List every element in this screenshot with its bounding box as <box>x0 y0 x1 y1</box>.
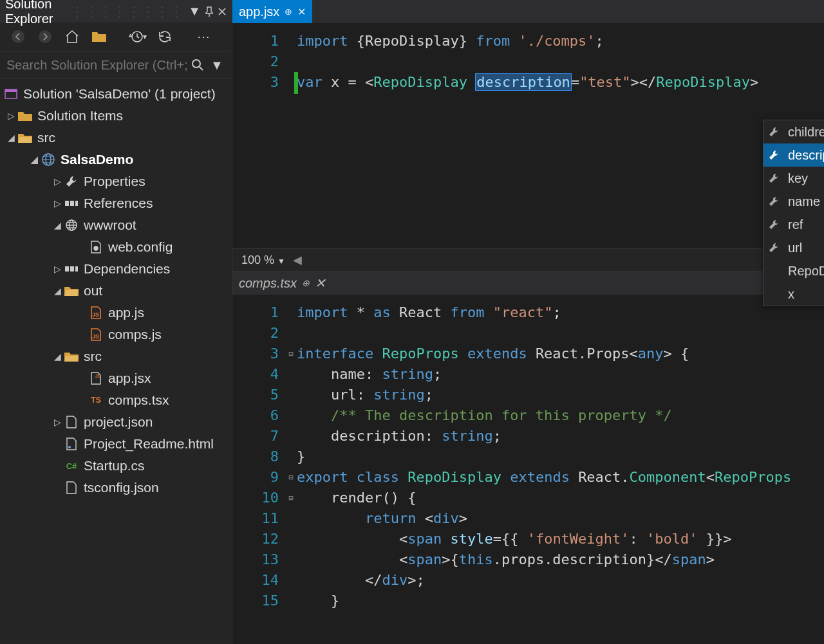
collapse-icon[interactable]: ◢ <box>52 220 63 230</box>
solution-icon <box>3 88 19 100</box>
panel-toolbar: ▾ ⋯ <box>0 23 232 51</box>
collapse-icon[interactable]: ◢ <box>52 351 63 362</box>
jsx-file-icon: JS <box>88 372 104 385</box>
svg-rect-5 <box>5 89 17 92</box>
pin-icon[interactable] <box>205 5 214 19</box>
tree-item[interactable]: ▷project.json <box>0 411 232 433</box>
home-icon[interactable] <box>63 28 81 46</box>
tab-appjsx[interactable]: app.jsx ⊕ ✕ <box>232 0 312 23</box>
globe-icon <box>63 219 80 232</box>
svg-text:JS: JS <box>95 374 101 378</box>
expand-icon[interactable]: ▷ <box>52 198 63 208</box>
expand-icon[interactable]: ▷ <box>52 176 63 187</box>
panel-titlebar: Solution Explorer ⋮⋮⋮⋮⋮⋮⋮⋮ ▼ <box>0 0 232 23</box>
wrench-icon <box>769 150 782 160</box>
ts-file-icon: TS <box>88 396 104 405</box>
tree-item[interactable]: web.config <box>0 236 232 258</box>
collapse-icon[interactable]: ◢ <box>5 133 17 143</box>
tree-item[interactable]: JScomps.js <box>0 324 232 345</box>
svg-rect-8 <box>65 201 69 206</box>
search-input[interactable] <box>5 55 188 75</box>
tree-item[interactable]: Project_Readme.html <box>0 433 232 455</box>
tree-item[interactable]: TScomps.tsx <box>0 389 232 411</box>
wrench-icon <box>769 219 782 230</box>
js-file-icon: JS <box>88 328 104 341</box>
tree-item[interactable]: ▷References <box>0 192 232 214</box>
close-icon[interactable] <box>218 5 227 19</box>
pin-icon[interactable]: ⊕ <box>302 278 310 288</box>
js-file-icon: JS <box>88 306 104 319</box>
solution-node[interactable]: Solution 'SalsaDemo' (1 project) <box>0 83 232 105</box>
zoom-level[interactable]: 100 % ▼ <box>238 252 289 268</box>
intellisense-item[interactable]: RepoDisplay <box>763 259 824 282</box>
svg-rect-15 <box>70 266 74 271</box>
folder-open-icon <box>17 133 33 143</box>
tab-compstsx[interactable]: comps.tsx ⊕ ✕ <box>232 271 332 295</box>
collapse-icon[interactable]: ◢ <box>28 154 40 165</box>
tree-item[interactable]: ◢src <box>0 345 232 367</box>
collapse-icon[interactable]: ◢ <box>52 286 63 296</box>
editor-compstsx[interactable]: 123456789101112131415 ⊟⊟⊟ import * as Re… <box>232 295 824 644</box>
svg-point-3 <box>192 60 200 68</box>
close-icon[interactable]: ✕ <box>315 275 326 291</box>
folder-open-icon <box>63 286 80 296</box>
wrench-icon <box>769 243 782 253</box>
tree-item[interactable]: ▷Solution Items <box>0 105 232 127</box>
svg-point-0 <box>12 30 24 43</box>
search-options-icon[interactable]: ▼ <box>207 55 227 75</box>
fold-gutter[interactable]: ⊟⊟⊟ <box>286 302 295 611</box>
intellisense-item[interactable]: children <box>763 120 824 143</box>
more-icon[interactable]: ⋯ <box>194 28 212 46</box>
cs-file-icon: C# <box>63 461 80 471</box>
tree-item[interactable]: C#Startup.cs <box>0 455 232 477</box>
wrench-icon <box>63 175 80 188</box>
wrench-icon <box>769 127 782 137</box>
intellisense-item[interactable]: ref <box>763 213 824 236</box>
code-body[interactable]: import * as React from "react"; interfac… <box>297 302 824 611</box>
intellisense-item[interactable]: x <box>763 282 824 306</box>
close-icon[interactable]: ✕ <box>297 6 306 18</box>
expand-icon[interactable]: ▷ <box>52 417 63 427</box>
scroll-left-icon[interactable]: ◀ <box>293 253 302 267</box>
project-node[interactable]: ◢SalsaDemo <box>0 149 232 170</box>
tree-item[interactable]: tsconfig.json <box>0 477 232 499</box>
intellisense-item[interactable]: name <box>763 190 824 213</box>
tree-item[interactable]: ◢out <box>0 280 232 302</box>
editor-tabbar-bottom: comps.tsx ⊕ ✕ <box>232 271 824 295</box>
search-icon[interactable] <box>188 55 207 75</box>
back-icon[interactable] <box>9 28 27 46</box>
folder-icon[interactable] <box>90 28 108 46</box>
folder-icon <box>17 111 33 121</box>
svg-rect-16 <box>75 266 78 271</box>
html-file-icon <box>63 437 80 450</box>
expand-icon[interactable]: ▷ <box>52 264 63 274</box>
svg-point-13 <box>94 246 98 250</box>
expand-icon[interactable]: ▷ <box>5 111 17 121</box>
tree-item[interactable]: ◢wwwroot <box>0 214 232 236</box>
tree-item[interactable]: ▷Dependencies <box>0 258 232 280</box>
refresh-icon[interactable] <box>156 28 174 46</box>
solution-tree: Solution 'SalsaDemo' (1 project) ▷Soluti… <box>0 79 232 644</box>
tree-item[interactable]: JSapp.jsx <box>0 367 232 389</box>
svg-point-20 <box>68 446 71 448</box>
tree-item[interactable]: ◢src <box>0 127 232 149</box>
references-icon <box>63 198 80 208</box>
editor-appjsx[interactable]: 123 import {RepoDisplay} from './comps';… <box>232 23 824 248</box>
intellisense-popup[interactable]: children description key name ref url Re… <box>763 120 824 306</box>
pin-icon[interactable]: ⊕ <box>285 6 292 17</box>
svg-point-1 <box>39 30 52 43</box>
selected-attr: description <box>476 74 571 90</box>
tree-item[interactable]: JSapp.js <box>0 302 232 324</box>
search-row: ▼ <box>0 51 232 79</box>
code-body[interactable]: import {RepoDisplay} from './comps'; var… <box>297 31 824 93</box>
intellisense-item[interactable]: key <box>763 167 824 190</box>
tree-item[interactable]: ▷Properties <box>0 170 232 192</box>
svg-rect-10 <box>75 201 78 206</box>
forward-icon[interactable] <box>36 28 54 46</box>
history-icon[interactable]: ▾ <box>129 28 147 46</box>
intellisense-item[interactable]: url <box>763 236 824 259</box>
svg-rect-14 <box>65 266 69 271</box>
intellisense-item-selected[interactable]: description <box>763 143 824 167</box>
wrench-icon <box>769 196 782 207</box>
dropdown-icon[interactable]: ▼ <box>188 5 201 19</box>
